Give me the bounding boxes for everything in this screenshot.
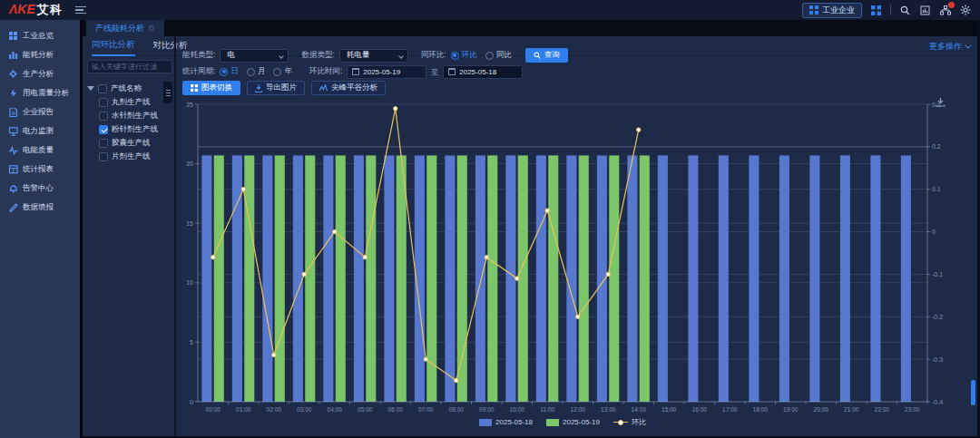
report-icon[interactable] bbox=[919, 5, 931, 16]
line-point[interactable] bbox=[455, 378, 458, 382]
bar-2025-05-19-03:00[interactable] bbox=[305, 155, 315, 402]
sidebar-item-9[interactable]: 数据填报 bbox=[0, 198, 80, 217]
data-type-select[interactable]: 耗电量 bbox=[339, 49, 408, 63]
legend-item-环比[interactable]: 环比 bbox=[613, 417, 646, 427]
menu-toggle-icon[interactable] bbox=[75, 6, 86, 15]
bar-2025-05-18-16:00[interactable] bbox=[688, 155, 698, 402]
tree-item-checkbox[interactable] bbox=[99, 139, 108, 148]
gear-icon[interactable] bbox=[959, 5, 971, 16]
sidebar-item-6[interactable]: 电能质量 bbox=[0, 141, 80, 160]
line-point[interactable] bbox=[515, 277, 519, 280]
chart-canvas[interactable]: 0510152025-0.4-0.3-0.2-0.100.10.20.300:0… bbox=[181, 89, 980, 432]
radio-period-year[interactable]: 年 bbox=[273, 66, 292, 77]
sidebar-item-7[interactable]: 统计报表 bbox=[0, 160, 80, 179]
tree-item-checkbox[interactable] bbox=[99, 152, 108, 161]
sidebar-item-4[interactable]: 企业报告 bbox=[0, 102, 80, 122]
bar-2025-05-18-04:00[interactable] bbox=[323, 155, 333, 402]
bar-2025-05-18-23:00[interactable] bbox=[901, 155, 911, 402]
legend-item-2025-05-19[interactable]: 2025-05-19 bbox=[546, 417, 600, 427]
sidebar-item-1[interactable]: 能耗分析 bbox=[0, 45, 80, 64]
sidebar-item-8[interactable]: 告警中心 bbox=[0, 179, 80, 198]
query-button[interactable]: 查询 bbox=[525, 48, 568, 63]
line-point[interactable] bbox=[545, 209, 549, 212]
bar-2025-05-18-17:00[interactable] bbox=[719, 155, 729, 402]
line-point[interactable] bbox=[241, 188, 245, 191]
line-point[interactable] bbox=[637, 128, 641, 131]
line-point[interactable] bbox=[333, 229, 337, 233]
bar-2025-05-19-12:00[interactable] bbox=[579, 155, 589, 402]
radio-ring-ratio[interactable]: 环比 bbox=[451, 50, 477, 61]
bar-2025-05-18-21:00[interactable] bbox=[840, 155, 850, 402]
bar-2025-05-18-05:00[interactable] bbox=[354, 155, 364, 402]
org-icon[interactable] bbox=[939, 5, 951, 16]
line-point[interactable] bbox=[394, 106, 397, 110]
tree-item-3[interactable]: 胶囊生产线 bbox=[99, 136, 174, 150]
bar-2025-05-18-12:00[interactable] bbox=[566, 155, 576, 402]
bar-2025-05-18-18:00[interactable] bbox=[749, 155, 759, 402]
bar-2025-05-18-00:00[interactable] bbox=[201, 155, 211, 402]
line-point[interactable] bbox=[576, 315, 580, 318]
scrollbar-thumb[interactable] bbox=[971, 380, 975, 405]
bar-2025-05-19-07:00[interactable] bbox=[426, 155, 436, 402]
bar-2025-05-18-06:00[interactable] bbox=[384, 155, 394, 402]
radio-period-month[interactable]: 月 bbox=[247, 66, 266, 77]
sidebar-item-3[interactable]: 用电需量分析 bbox=[0, 83, 80, 102]
workspace-button[interactable]: 工业企业 bbox=[802, 3, 862, 18]
bar-2025-05-18-09:00[interactable] bbox=[475, 155, 485, 402]
tree-collapse-handle[interactable] bbox=[163, 82, 172, 103]
line-point[interactable] bbox=[424, 357, 427, 361]
radio-period-day[interactable]: 日 bbox=[220, 66, 239, 77]
bar-2025-05-18-01:00[interactable] bbox=[232, 155, 242, 402]
date-end-input[interactable]: 2025-05-18 bbox=[443, 65, 523, 79]
bar-2025-05-19-08:00[interactable] bbox=[457, 155, 467, 402]
bar-2025-05-19-09:00[interactable] bbox=[487, 155, 497, 402]
search-icon[interactable] bbox=[899, 5, 911, 16]
subtab-ring-ratio-analysis[interactable]: 同环比分析 bbox=[92, 36, 135, 56]
tree-search-input[interactable] bbox=[87, 60, 172, 73]
bar-2025-05-18-11:00[interactable] bbox=[536, 155, 546, 402]
radio-year-ratio[interactable]: 同比 bbox=[485, 50, 512, 61]
bar-2025-05-19-00:00[interactable] bbox=[214, 155, 224, 402]
line-point[interactable] bbox=[485, 255, 488, 258]
tree-item-checkbox[interactable] bbox=[99, 98, 108, 107]
tree-item-1[interactable]: 水针剂生产线 bbox=[99, 109, 174, 122]
bar-2025-05-18-10:00[interactable] bbox=[505, 155, 515, 402]
bar-2025-05-18-03:00[interactable] bbox=[293, 155, 303, 402]
bar-2025-05-19-05:00[interactable] bbox=[366, 155, 376, 402]
bar-2025-05-18-14:00[interactable] bbox=[627, 155, 637, 402]
tree-item-checkbox[interactable] bbox=[99, 125, 108, 134]
line-point[interactable] bbox=[211, 255, 215, 258]
bar-2025-05-18-20:00[interactable] bbox=[809, 155, 819, 402]
favorite-star-icon[interactable]: ✩ bbox=[148, 24, 155, 33]
sidebar-item-2[interactable]: 生产分析 bbox=[0, 64, 80, 83]
bar-2025-05-19-14:00[interactable] bbox=[640, 155, 650, 402]
tree-item-2[interactable]: 粉针剂生产线 bbox=[99, 122, 174, 136]
bar-2025-05-19-06:00[interactable] bbox=[397, 155, 407, 402]
save-chart-image-icon[interactable] bbox=[936, 94, 946, 111]
line-point[interactable] bbox=[606, 272, 610, 276]
sidebar-item-5[interactable]: 电力监测 bbox=[0, 122, 80, 141]
apps-grid-icon[interactable] bbox=[870, 5, 882, 16]
bar-2025-05-18-22:00[interactable] bbox=[870, 155, 880, 402]
line-point[interactable] bbox=[363, 255, 367, 258]
date-start-input[interactable]: 2025-05-19 bbox=[347, 65, 426, 79]
legend-item-2025-05-18[interactable]: 2025-05-18 bbox=[479, 417, 533, 427]
tree-root-checkbox[interactable] bbox=[98, 84, 107, 93]
bar-2025-05-19-11:00[interactable] bbox=[548, 155, 558, 402]
tree-expand-caret-icon[interactable] bbox=[87, 86, 94, 91]
energy-type-select[interactable]: 电 bbox=[220, 49, 289, 63]
bar-2025-05-19-04:00[interactable] bbox=[336, 155, 346, 402]
bar-2025-05-18-19:00[interactable] bbox=[779, 155, 789, 402]
line-point[interactable] bbox=[302, 272, 306, 276]
bar-2025-05-18-08:00[interactable] bbox=[445, 155, 455, 402]
tree-root-row[interactable]: 产线名称 bbox=[87, 82, 174, 95]
bar-2025-05-19-13:00[interactable] bbox=[609, 155, 619, 402]
bar-2025-05-19-02:00[interactable] bbox=[275, 155, 285, 402]
bar-2025-05-18-02:00[interactable] bbox=[262, 155, 272, 402]
tree-item-checkbox[interactable] bbox=[99, 112, 108, 121]
tree-item-4[interactable]: 片剂生产线 bbox=[99, 150, 174, 163]
bar-2025-05-19-01:00[interactable] bbox=[244, 155, 254, 402]
sidebar-item-0[interactable]: 工业总览 bbox=[0, 26, 80, 45]
bar-2025-05-18-15:00[interactable] bbox=[658, 155, 668, 402]
tab-production-line-energy[interactable]: 产线能耗分析 ✩ bbox=[86, 20, 164, 36]
